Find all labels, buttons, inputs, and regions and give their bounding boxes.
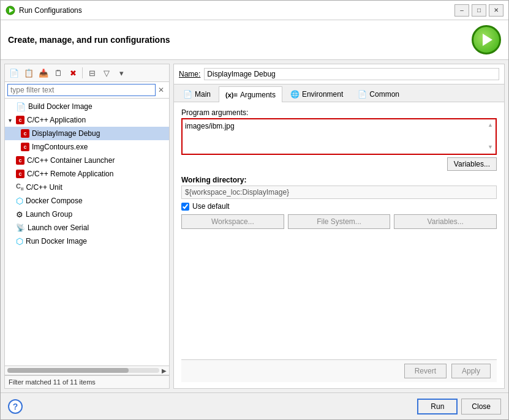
- docker-compose-icon: ⬡: [16, 196, 23, 206]
- scroll-down-icon[interactable]: ▼: [488, 144, 493, 150]
- left-panel: 📄 📋 📥 🗒 ✖ ⊟ ▽ ▾ ✕ 📄 Build Dock: [4, 64, 170, 389]
- tree-item-label: DisplayImage Debug: [32, 129, 100, 138]
- tabs: 📄 Main (x)= Arguments 🌐 Environment 📄 Co…: [174, 84, 504, 102]
- tree-item-imgcontours[interactable]: c ImgContours.exe: [5, 140, 169, 154]
- name-input[interactable]: [204, 68, 499, 80]
- filter-status-text: Filter matched 11 of 11 items: [9, 378, 96, 386]
- program-args-label: Program arguments:: [181, 108, 497, 117]
- launch-serial-icon: 📡: [16, 223, 25, 232]
- tree-item-launch-group[interactable]: ⚙ Launch Group: [5, 208, 169, 221]
- build-docker-icon: 📄: [16, 102, 26, 111]
- menu-button[interactable]: ▾: [115, 66, 128, 80]
- tab-arguments-label: Arguments: [240, 91, 276, 99]
- tab-arguments[interactable]: (x)= Arguments: [219, 86, 282, 102]
- tree-item-build-docker[interactable]: 📄 Build Docker Image: [5, 100, 169, 113]
- cpp-remote-icon: c: [16, 170, 25, 178]
- filter-status: Filter matched 11 of 11 items: [5, 375, 169, 388]
- tree-item-label: Launch over Serial: [28, 223, 89, 232]
- tab-main-label: Main: [195, 90, 211, 99]
- help-button[interactable]: ?: [8, 399, 23, 414]
- working-dir-input[interactable]: [181, 186, 497, 199]
- tree-item-docker-compose[interactable]: ⬡ Docker Compose: [5, 194, 169, 208]
- filter-clear-button[interactable]: ✕: [156, 84, 167, 96]
- run-button[interactable]: [472, 25, 501, 54]
- run-final-button[interactable]: Run: [417, 399, 458, 414]
- tree-item-label: Run Docker Image: [26, 237, 87, 246]
- launch-group-icon: ⚙: [16, 210, 23, 219]
- maximize-button[interactable]: □: [472, 4, 486, 17]
- close-final-button[interactable]: Close: [461, 399, 501, 414]
- filter-button[interactable]: ▽: [100, 66, 113, 80]
- program-args-box[interactable]: images/ibm.jpg ▲ ▼: [181, 118, 497, 155]
- tab-main[interactable]: 📄 Main: [176, 86, 217, 102]
- copy-config-button[interactable]: 🗒: [51, 66, 65, 80]
- minimize-button[interactable]: –: [454, 4, 469, 17]
- import-config-button[interactable]: 📥: [37, 66, 50, 80]
- scroll-up-icon[interactable]: ▲: [488, 122, 493, 128]
- revert-button[interactable]: Revert: [404, 364, 447, 378]
- tab-environment[interactable]: 🌐 Environment: [284, 86, 350, 102]
- toolbar: 📄 📋 📥 🗒 ✖ ⊟ ▽ ▾: [5, 64, 169, 82]
- name-row: Name:: [174, 64, 504, 84]
- toolbar-separator: [82, 67, 83, 78]
- duplicate-config-button[interactable]: 📋: [22, 66, 36, 80]
- tree-item-displayimage[interactable]: c DisplayImage Debug: [5, 127, 169, 140]
- apply-button[interactable]: Apply: [451, 364, 491, 378]
- filter-row: ✕: [5, 82, 169, 99]
- prog-args-scrollbar: ▲ ▼: [488, 122, 493, 150]
- horizontal-scrollbar[interactable]: ▶: [5, 366, 169, 375]
- program-args-value: images/ibm.jpg: [185, 122, 485, 130]
- delete-config-button[interactable]: ✖: [66, 66, 80, 80]
- workspace-button[interactable]: Workspace...: [181, 214, 284, 229]
- window-controls: – □ ✕: [454, 4, 503, 17]
- variables-button[interactable]: Variables...: [447, 157, 497, 171]
- expand-cpp-icon: ▾: [9, 117, 15, 124]
- tree-item-cpp-remote[interactable]: c C/C++ Remote Application: [5, 167, 169, 181]
- tree-item-label: ImgContours.exe: [32, 143, 88, 151]
- tree-item-label: Launch Group: [26, 210, 72, 219]
- common-tab-icon: 📄: [358, 90, 367, 99]
- spacer: [181, 234, 497, 354]
- header-title: Create, manage, and run configurations: [8, 35, 170, 45]
- tree-item-cpp-container[interactable]: c C/C++ Container Launcher: [5, 154, 169, 167]
- tree-item-label: Docker Compose: [26, 197, 83, 205]
- filter-input[interactable]: [7, 84, 156, 96]
- prog-args-inner: images/ibm.jpg ▲ ▼: [185, 122, 493, 150]
- working-dir-section: Working directory: Use default Workspace…: [181, 176, 497, 229]
- tree-item-label: C/C++ Application: [27, 116, 86, 124]
- tab-common[interactable]: 📄 Common: [351, 86, 406, 102]
- main-tab-icon: 📄: [183, 90, 192, 99]
- tab-common-label: Common: [369, 90, 399, 99]
- window-title: Run Configurations: [19, 6, 454, 15]
- tab-environment-label: Environment: [302, 90, 343, 99]
- new-config-button[interactable]: 📄: [7, 66, 21, 80]
- run-docker-icon: ⬡: [16, 236, 23, 246]
- use-default-label: Use default: [192, 202, 230, 211]
- tree-item-launch-serial[interactable]: 📡 Launch over Serial: [5, 221, 169, 234]
- arguments-tab-icon: (x)=: [225, 91, 238, 99]
- name-label: Name:: [179, 70, 200, 78]
- tree-item-cpp-app[interactable]: ▾ c C/C++ Application: [5, 113, 169, 127]
- collapse-all-button[interactable]: ⊟: [85, 66, 99, 80]
- right-footer: Revert Apply: [181, 359, 497, 382]
- tree-item-label: C/C++ Remote Application: [27, 170, 113, 178]
- app-icon: [6, 6, 15, 15]
- tree-item-cpp-unit[interactable]: Cii C/C++ Unit: [5, 181, 169, 194]
- use-default-checkbox[interactable]: [181, 203, 189, 211]
- header: Create, manage, and run configurations: [1, 20, 508, 60]
- tree-area: 📄 Build Docker Image ▾ c C/C++ Applicati…: [5, 99, 169, 366]
- close-button[interactable]: ✕: [489, 4, 503, 17]
- tree-item-label: C/C++ Container Launcher: [27, 156, 115, 165]
- scroll-right-arrow[interactable]: ▶: [162, 367, 167, 374]
- cpp-container-icon: c: [16, 156, 25, 165]
- filesystem-button[interactable]: File System...: [288, 214, 391, 229]
- working-dir-label: Working directory:: [181, 176, 497, 184]
- bottom-right: Run Close: [417, 399, 501, 414]
- variables2-button[interactable]: Variables...: [394, 214, 497, 229]
- tree-item-label: Build Docker Image: [28, 102, 92, 111]
- right-panel: Name: 📄 Main (x)= Arguments 🌐 Environmen…: [173, 64, 505, 389]
- main-content: 📄 📋 📥 🗒 ✖ ⊟ ▽ ▾ ✕ 📄 Build Dock: [1, 60, 508, 392]
- cpp-app-icon: c: [16, 116, 25, 124]
- run-configurations-window: Run Configurations – □ ✕ Create, manage,…: [0, 0, 509, 420]
- tree-item-run-docker[interactable]: ⬡ Run Docker Image: [5, 234, 169, 248]
